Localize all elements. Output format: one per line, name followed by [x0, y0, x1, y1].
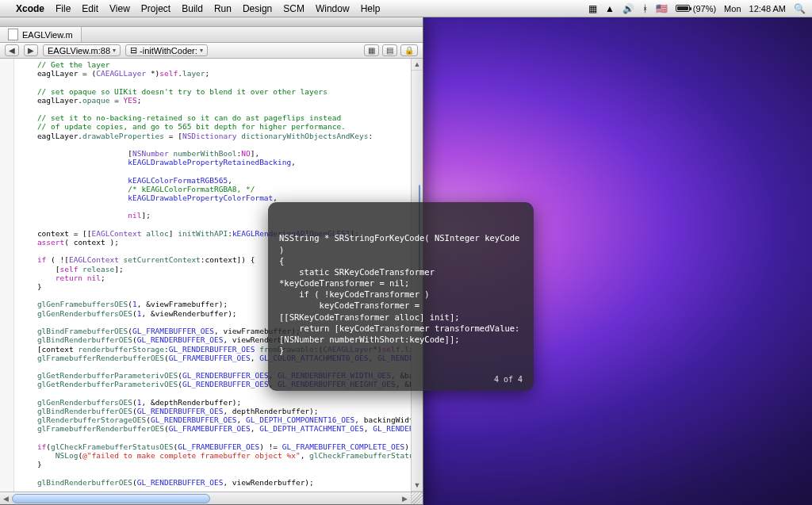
battery-icon: [676, 5, 690, 12]
method-icon: ⊟: [130, 45, 137, 55]
quick-help-code: NSString * SRStringForKeyCode( NSInteger…: [279, 232, 523, 356]
document-tab[interactable]: EAGLView.m: [0, 27, 82, 42]
airport-menu-icon[interactable]: ▲: [605, 3, 615, 14]
quick-help-page-indicator: 4 of 4: [494, 374, 523, 385]
volume-menu-icon[interactable]: 🔊: [622, 3, 634, 14]
menu-help[interactable]: Help: [361, 3, 381, 14]
scroll-down-arrow-icon[interactable]: ▼: [412, 480, 423, 492]
editor-gutter[interactable]: [0, 59, 14, 492]
clock-day[interactable]: Mon: [724, 4, 741, 13]
chevron-down-icon: ▾: [200, 47, 203, 54]
menu-bar: Xcode File Edit View Project Build Run D…: [0, 0, 812, 17]
battery-percentage: (97%): [693, 4, 716, 13]
editor-navigation-bar: ◀ ▶ EAGLView.m:88 ▾ ⊟ -initWithCoder: ▾ …: [0, 43, 423, 59]
app-name-menu[interactable]: Xcode: [16, 3, 44, 14]
lock-file-button[interactable]: 🔒: [400, 44, 418, 56]
menu-run[interactable]: Run: [214, 3, 232, 14]
horizontal-scrollbar[interactable]: ◀ ▶: [0, 492, 423, 504]
menu-file[interactable]: File: [56, 3, 71, 14]
function-popup-label: -initWithCoder:: [140, 46, 197, 55]
hscroll-thumb[interactable]: [12, 494, 210, 503]
quick-help-hud[interactable]: NSString * SRStringForKeyCode( NSInteger…: [268, 202, 534, 391]
menu-build[interactable]: Build: [182, 3, 203, 14]
file-history-label: EAGLView.m:88: [48, 46, 110, 55]
counterparts-button[interactable]: ▦: [364, 44, 379, 56]
file-history-popup[interactable]: EAGLView.m:88 ▾: [43, 44, 121, 56]
menu-view[interactable]: View: [109, 3, 130, 14]
window-titlebar[interactable]: [0, 17, 423, 27]
menu-edit[interactable]: Edit: [82, 3, 98, 14]
bluetooth-menu-icon[interactable]: ᚼ: [642, 3, 648, 14]
hscroll-track[interactable]: [12, 494, 399, 503]
scroll-right-arrow-icon[interactable]: ▶: [399, 495, 411, 503]
menu-window[interactable]: Window: [316, 3, 350, 14]
menu-scm[interactable]: SCM: [283, 3, 304, 14]
function-popup[interactable]: ⊟ -initWithCoder: ▾: [125, 44, 208, 56]
nav-back-button[interactable]: ◀: [5, 44, 19, 56]
input-source-flag-icon[interactable]: 🇺🇸: [656, 3, 668, 14]
scroll-left-arrow-icon[interactable]: ◀: [0, 495, 12, 503]
resize-grip-icon[interactable]: [411, 492, 423, 504]
split-editor-button[interactable]: ▤: [382, 44, 397, 56]
spaces-menu-icon[interactable]: ▦: [588, 3, 597, 14]
clock-time[interactable]: 12:48 AM: [749, 4, 786, 13]
scroll-up-arrow-icon[interactable]: ▲: [412, 59, 423, 71]
spotlight-icon[interactable]: 🔍: [794, 3, 806, 14]
document-tab-label: EAGLView.m: [22, 30, 73, 40]
menu-design[interactable]: Design: [243, 3, 272, 14]
document-tab-strip: EAGLView.m: [0, 27, 423, 43]
battery-menu[interactable]: (97%): [676, 4, 716, 13]
nav-forward-button[interactable]: ▶: [24, 44, 38, 56]
chevron-down-icon: ▾: [113, 47, 116, 54]
menu-project[interactable]: Project: [141, 3, 170, 14]
